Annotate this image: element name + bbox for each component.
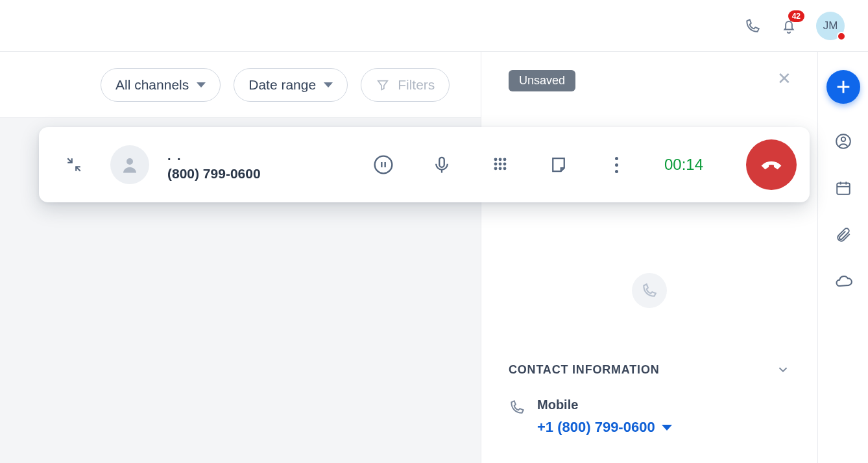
caller-info: . . (800) 799-0600 xyxy=(167,148,261,182)
right-rail xyxy=(817,52,868,463)
svg-point-11 xyxy=(375,156,392,174)
person-circle-icon xyxy=(835,133,852,150)
svg-point-21 xyxy=(503,163,506,165)
contact-info-header[interactable]: CONTACT INFORMATION xyxy=(509,362,790,377)
plus-icon xyxy=(834,78,852,96)
svg-point-16 xyxy=(494,158,497,161)
channels-filter-label: All channels xyxy=(115,77,189,93)
date-range-label: Date range xyxy=(248,77,316,93)
top-header: 42 JM xyxy=(0,0,868,52)
header-phone-button[interactable] xyxy=(743,17,762,35)
main-area: All channels Date range Filters Unsaved … xyxy=(0,52,868,463)
phone-type-label: Mobile xyxy=(537,398,672,412)
minimize-call-button[interactable] xyxy=(61,152,87,178)
filters-label: Filters xyxy=(398,77,435,93)
add-button[interactable] xyxy=(826,70,860,104)
phone-icon xyxy=(509,399,525,416)
chevron-down-icon xyxy=(197,82,206,88)
contact-info-title: CONTACT INFORMATION xyxy=(509,363,660,377)
calendar-icon xyxy=(835,180,852,196)
dialpad-button[interactable] xyxy=(489,154,511,176)
person-icon xyxy=(120,155,139,174)
close-detail-button[interactable]: ✕ xyxy=(777,70,791,87)
paperclip-icon xyxy=(835,226,852,243)
caller-avatar xyxy=(110,145,149,184)
more-actions-button[interactable] xyxy=(606,154,628,176)
svg-point-23 xyxy=(499,167,501,170)
note-button[interactable] xyxy=(548,154,570,176)
notification-count-badge: 42 xyxy=(788,10,804,22)
pause-circle-icon xyxy=(373,154,394,175)
caller-name: . . xyxy=(167,148,261,163)
user-avatar[interactable]: JM xyxy=(816,12,845,40)
status-chip: Unsaved xyxy=(509,70,575,91)
notifications-button[interactable]: 42 xyxy=(780,17,798,35)
svg-point-22 xyxy=(494,167,497,170)
hangup-button[interactable] xyxy=(746,139,797,190)
left-column: All channels Date range Filters xyxy=(0,52,481,463)
microphone-icon xyxy=(432,155,452,174)
phone-number-link[interactable]: +1 (800) 799-0600 xyxy=(537,419,672,436)
active-call-bar: . . (800) 799-0600 00:14 xyxy=(39,127,810,202)
filter-bar: All channels Date range Filters xyxy=(0,52,481,118)
rail-calendar-button[interactable] xyxy=(834,179,852,197)
svg-point-20 xyxy=(499,163,501,165)
rail-attachment-button[interactable] xyxy=(834,226,852,244)
contact-phone-bubble[interactable] xyxy=(632,273,667,308)
channels-filter[interactable]: All channels xyxy=(101,68,221,102)
phone-number-text: +1 (800) 799-0600 xyxy=(537,419,655,436)
mute-button[interactable] xyxy=(431,154,453,176)
avatar-initials: JM xyxy=(823,19,838,32)
svg-rect-14 xyxy=(439,158,444,167)
rail-contact-button[interactable] xyxy=(834,132,852,150)
phone-icon xyxy=(641,282,658,299)
avatar-status-dot xyxy=(837,32,846,41)
detail-panel: Unsaved ✕ CONTACT INFORMATION xyxy=(481,52,817,463)
svg-point-3 xyxy=(841,137,845,142)
contact-phone-block: Mobile +1 (800) 799-0600 xyxy=(509,398,790,436)
svg-point-19 xyxy=(494,163,497,165)
dialpad-icon xyxy=(491,156,509,174)
rail-cloud-button[interactable] xyxy=(834,272,852,291)
chevron-down-icon xyxy=(324,82,333,88)
hangup-icon xyxy=(759,152,784,177)
sticky-note-icon xyxy=(549,155,568,174)
svg-point-10 xyxy=(127,158,133,165)
collapse-icon xyxy=(66,156,82,173)
date-range-filter[interactable]: Date range xyxy=(234,68,348,102)
cloud-icon xyxy=(834,272,852,291)
svg-point-17 xyxy=(499,158,501,161)
filters-button[interactable]: Filters xyxy=(361,68,450,102)
more-vertical-icon xyxy=(615,157,618,173)
chevron-down-icon xyxy=(776,362,790,377)
caller-number: (800) 799-0600 xyxy=(167,166,261,182)
call-timer: 00:14 xyxy=(664,156,703,174)
funnel-icon xyxy=(376,78,390,92)
svg-point-24 xyxy=(503,167,506,170)
hold-button[interactable] xyxy=(372,154,394,176)
chevron-down-icon xyxy=(662,425,672,431)
svg-point-18 xyxy=(503,158,506,161)
svg-rect-4 xyxy=(837,183,850,194)
